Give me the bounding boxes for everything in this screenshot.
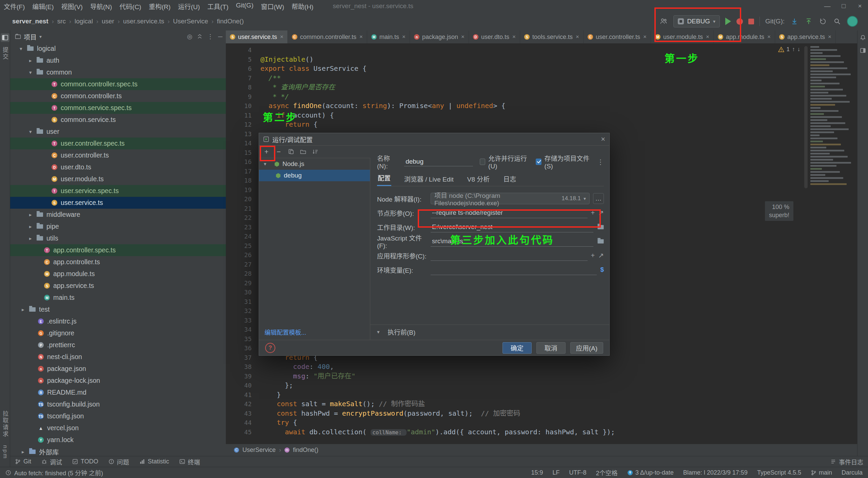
minimize-icon[interactable]: — [819,0,835,12]
code-text[interactable]: /** [260,74,857,83]
tree-item-user.dto.ts[interactable]: Duser.dto.ts [10,161,226,173]
line-number[interactable]: 29 [226,278,260,288]
update-project-icon[interactable] [790,17,799,26]
tab-tools.service.ts[interactable]: Stools.service.ts× [520,30,584,43]
code-text[interactable]: * 查询用户是否存在 [260,83,857,92]
code-text[interactable]: return { [260,120,857,129]
line-number[interactable]: 26 [226,250,260,260]
dialog-title-bar[interactable]: 运行/调试配置 × [259,133,609,146]
folder-icon[interactable] [299,148,307,156]
tree-item-utils[interactable]: ▸utils [10,232,226,244]
line-number[interactable]: 42 [226,399,260,409]
dialog-tab-浏览器 / Live Edit[interactable]: 浏览器 / Live Edit [403,174,454,186]
line-number[interactable]: 19 [226,185,260,195]
tree-item-main.ts[interactable]: Mmain.ts [10,292,226,304]
tree-item-app.controller.spec.ts[interactable]: Tapp.controller.spec.ts [10,244,226,256]
line-number[interactable]: 14 [226,139,260,148]
code-text[interactable]: @Injectable() [260,55,857,64]
search-icon[interactable] [833,17,842,26]
tree-item-.prettierrc[interactable]: P.prettierrc [10,339,226,351]
inspection-widget[interactable]: 1 ↑ ↓ [778,46,800,53]
collapse-all-icon[interactable] [197,34,202,39]
run-button[interactable] [725,18,731,25]
bottombar-item-问题[interactable]: 问题 [108,457,129,466]
code-text[interactable]: code: 400, [260,362,857,372]
tree-item-package-lock.json[interactable]: npackage-lock.json [10,375,226,387]
menu-item[interactable]: 窗口(W) [257,2,288,11]
tree-item-app.service.ts[interactable]: Sapp.service.ts [10,280,226,292]
line-number[interactable]: 7 [226,74,260,83]
history-icon[interactable] [818,17,827,26]
close-icon[interactable]: × [601,135,605,144]
breadcrumb-item[interactable]: logical [75,18,93,25]
code-text[interactable]: const hashPwd = encryptPassword(password… [260,409,857,418]
expand-icon[interactable]: ↗ [598,209,604,217]
line-number[interactable]: 18 [226,176,260,185]
tab-close-icon[interactable]: × [767,34,771,40]
tree-item-.eslintrc.js[interactable]: E.eslintrc.js [10,315,226,327]
next-warning-icon[interactable]: ↓ [797,46,801,53]
tree-item-logical[interactable]: ▾logical [10,43,226,55]
add-icon[interactable]: + [591,209,595,217]
tab-app.module.ts[interactable]: Mapp.module.ts× [714,30,775,43]
breadcrumb-method[interactable]: findOne() [293,446,318,454]
bottombar-item-Git[interactable]: Git [15,458,31,465]
status-item[interactable]: 3 Δ/up-to-date [627,469,674,476]
run-config-selector[interactable]: DEBUG ▾ [673,15,720,27]
tab-close-icon[interactable]: × [359,34,363,40]
line-number[interactable]: 30 [226,288,260,297]
tree-item-user.service.spec.ts[interactable]: Tuser.service.spec.ts [10,185,226,197]
line-number[interactable]: 31 [226,297,260,307]
tab-common.controller.ts[interactable]: Ccommon.controller.ts× [288,30,367,43]
tree-item-tsconfig.json[interactable]: TStsconfig.json [10,410,226,422]
allow-parallel-checkbox[interactable]: 允许并行运行(U) [480,153,529,170]
remove-config-button[interactable]: − [275,148,283,156]
code-text[interactable]: }; [260,381,857,390]
more-options-icon[interactable]: ⋮ [207,33,213,40]
code-text[interactable]: if (account) { [260,111,857,120]
tree-item-middleware[interactable]: ▸middleware [10,209,226,221]
name-input[interactable]: debug [404,157,473,166]
tab-close-icon[interactable]: × [828,34,831,40]
line-number[interactable]: 22 [226,213,260,223]
tree-item-common.controller.ts[interactable]: Ccommon.controller.ts [10,90,226,102]
line-number[interactable]: 39 [226,372,260,381]
tree-item-common.service.ts[interactable]: Scommon.service.ts [10,114,226,126]
locate-file-icon[interactable]: ◎ [187,33,193,40]
users-icon[interactable] [659,17,668,26]
menu-item[interactable]: 运行(U) [174,2,203,11]
line-number[interactable]: 9 [226,92,260,102]
status-item[interactable]: Blame: l 2022/3/9 17:59 [683,469,748,476]
tree-item-app.controller.ts[interactable]: Capp.controller.ts [10,256,226,268]
tab-main.ts[interactable]: Mmain.ts× [367,30,410,43]
line-number[interactable]: 23 [226,223,260,232]
more-options-icon[interactable]: ⋮ [597,158,604,166]
tree-item-user.service.ts[interactable]: Suser.service.ts [10,197,226,209]
tree-item-pipe[interactable]: ▸pipe [10,221,226,232]
line-number[interactable]: 41 [226,390,260,400]
tab-close-icon[interactable]: × [643,34,647,40]
browse-button[interactable]: … [593,193,604,204]
tree-item-common.service.spec.ts[interactable]: Tcommon.service.spec.ts [10,102,226,114]
tree-item-user.controller.spec.ts[interactable]: Tuser.controller.spec.ts [10,138,226,149]
status-item[interactable]: LF [553,469,560,476]
menu-item[interactable]: Git(G) [232,2,257,11]
line-number[interactable]: 5 [226,55,260,64]
line-number[interactable]: 25 [226,241,260,251]
prev-warning-icon[interactable]: ↑ [792,46,795,53]
config-group-nodejs[interactable]: ▾ Node.js [259,158,370,170]
menu-item[interactable]: 视图(V) [58,2,86,11]
expand-icon[interactable]: ↗ [598,251,604,259]
npm-tool-button[interactable]: npm [2,445,8,459]
tree-item-common[interactable]: ▾common [10,66,226,78]
project-tool-icon[interactable] [1,33,9,42]
copy-config-button[interactable] [287,148,295,156]
breadcrumb-item[interactable]: findOne() [217,18,244,25]
line-number[interactable]: 28 [226,269,260,278]
field-env[interactable] [431,265,597,275]
tree-item-vercel.json[interactable]: ▲vercel.json [10,422,226,434]
add-config-button[interactable]: + [262,148,271,156]
commit-tool-button[interactable]: 提交 [1,47,9,60]
tab-close-icon[interactable]: × [402,34,406,40]
help-icon[interactable]: ? [265,343,275,353]
